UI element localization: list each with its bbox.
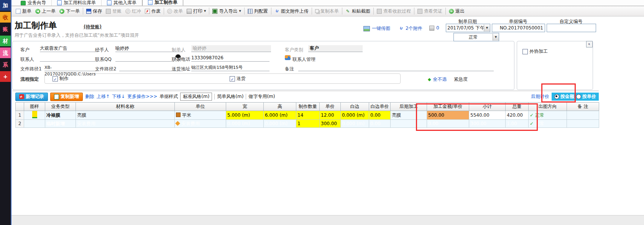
direction-cell[interactable]: ✓正常 (529, 120, 567, 128)
subtotal-cell[interactable]: 5540.00 (469, 111, 506, 120)
unit-cell[interactable]: 安装费用 (175, 120, 226, 128)
note-label: 备注 (285, 66, 294, 72)
edge-price-cell[interactable]: 0.00 (369, 120, 391, 128)
post-process-cell[interactable]: 亮膜 (391, 111, 427, 120)
collapse-icon: « (587, 41, 592, 47)
attachment-upload-button[interactable]: 图文附件上传 (273, 7, 310, 15)
move-down-link[interactable]: 下移↓ (112, 93, 125, 100)
by-amount-radio[interactable]: 按金额 (554, 93, 574, 100)
col-note: 备 注 (567, 103, 599, 111)
by-price-radio[interactable]: 按单价 (576, 93, 596, 100)
edge-price-cell[interactable]: 0.00 (369, 111, 391, 120)
total-cell[interactable]: 1.00 (506, 120, 529, 128)
subtotal-cell[interactable]: 300.00 (469, 120, 506, 128)
checkbox-checked-icon: ✓ (53, 76, 58, 82)
height-cell[interactable]: 6.000 (m) (264, 111, 296, 120)
file-path1-field[interactable]: XB-20170207JQDB:C:\Users (44, 64, 98, 71)
thumbnail-cell[interactable] (24, 111, 45, 120)
collapse-panel-button[interactable]: « (586, 41, 593, 47)
unit-price-cell[interactable]: 12.00 (320, 111, 341, 120)
select-none-link[interactable]: ◆ 全不选 (428, 76, 447, 83)
unit-price-cell[interactable]: 300.00 (320, 120, 341, 128)
contact-field[interactable] (40, 55, 98, 62)
print-count-link[interactable]: 0 (429, 25, 439, 31)
edge-cell[interactable]: 0.000 (m) (341, 120, 369, 128)
post-pricing-link[interactable]: 后期计价 (531, 93, 549, 100)
material-cell[interactable]: 安装费用 (76, 120, 175, 128)
grid-header-row: 图样 业务类型 材料名称 单位 宽 高 制作数量 单价 白边 白边单价 后期加工… (16, 103, 599, 111)
edge-cell[interactable]: 0.000 (m) (341, 111, 369, 120)
direction-cell[interactable]: ✓正常 (529, 111, 567, 120)
customer-field[interactable]: 大观蓉发广告 (40, 45, 98, 52)
add-record-button[interactable]: 新增记录 (15, 93, 48, 101)
grid-row-1[interactable]: 1 冷裱膜 亮膜 平米 5.000 (m) 6.000 (m) 14 12.00… (16, 111, 599, 120)
material-cell[interactable]: 亮膜 (76, 111, 175, 120)
quantity-cell[interactable]: 14 (296, 111, 320, 120)
sidebar-item-materials[interactable]: 材 (0, 36, 11, 46)
column-config-button[interactable]: 列配置 (246, 7, 270, 15)
note-cell[interactable] (567, 120, 599, 128)
address-field[interactable]: 锦江区大观街158号附15号 (191, 64, 269, 71)
sidebar-item-flow[interactable]: 流 (0, 47, 11, 58)
width-cell[interactable]: 5.000 (m) (226, 111, 264, 120)
doc-no-field[interactable]: NO.201707050001 (492, 24, 545, 32)
style-simple-button[interactable]: 简单风格(m) (217, 93, 243, 100)
custom-no-field[interactable] (547, 24, 596, 32)
sample-thumbnail[interactable] (32, 111, 37, 118)
flow-make-checkbox[interactable]: ✓ 制作 (53, 75, 69, 82)
tab-business-wizard[interactable]: 业务向导 (15, 0, 52, 6)
process-amount-cell[interactable]: 500.00 (427, 111, 469, 120)
sidebar-item-processing[interactable]: 加 (0, 0, 11, 11)
unit-cell[interactable]: 平米 (175, 111, 226, 120)
total-cell[interactable]: 420.00 (506, 111, 529, 120)
style-standard-button[interactable]: 标准风格(m) (180, 93, 212, 101)
date-dropdown-button[interactable]: ▼ (484, 24, 490, 31)
note-field[interactable] (298, 64, 494, 71)
next-doc-button[interactable]: 下一单 (58, 7, 82, 15)
paperclip-icon (398, 26, 404, 32)
quantity-cell[interactable]: 1 (296, 120, 320, 128)
tab-material-outbound[interactable]: 加工用料出库单 (52, 0, 102, 6)
phone-field[interactable]: 13330987026 (191, 55, 269, 62)
sidebar-item-receipts[interactable]: 收 (0, 12, 11, 23)
style-text-button[interactable]: 做字专用(m) (248, 93, 275, 100)
urgency-dropdown[interactable]: 正常 ▼ (453, 33, 499, 41)
import-export-button[interactable]: 导入导出▼ (210, 7, 243, 15)
grid-row-2-selected[interactable]: 2 临时新增 安装费用 安装费用 0.000 (m) 0.000 (m) 1 3… (16, 120, 599, 128)
status-badge[interactable]: (待登账) (84, 24, 102, 30)
print-button[interactable]: 打印▼ (185, 7, 208, 15)
sidebar-item-accounts[interactable]: 账 (0, 24, 11, 34)
copy-record-button[interactable]: 复制新增 (50, 93, 83, 101)
attachments-link[interactable]: 2个附件 (399, 25, 422, 32)
tab-label: 加工制作单 (154, 0, 177, 6)
date-field[interactable]: 2017/07/05 下午 4:2 ▼ (446, 24, 490, 32)
send-image-link[interactable]: 一键传图 (363, 25, 390, 32)
flow-deliver-checkbox[interactable]: ✓ 送货 (230, 75, 246, 82)
contact-manager-link[interactable]: 联系人管理 (292, 56, 315, 63)
new-doc-button[interactable]: 新单 (14, 7, 33, 15)
process-amount-cell[interactable]: 0.00 (427, 120, 469, 128)
address-label: 送货地址 (172, 66, 190, 72)
thumbnail-cell[interactable] (24, 120, 45, 128)
width-cell[interactable]: 0.000 (m) (226, 120, 264, 128)
void-button[interactable]: 作废 (143, 7, 163, 15)
note-cell[interactable] (567, 111, 599, 120)
business-type-cell[interactable]: 临时新增 (45, 120, 76, 128)
paste-screenshot-button[interactable]: 粘贴截图 (343, 7, 372, 15)
delete-row-link[interactable]: 删除 (85, 93, 94, 100)
tab-other-inbound[interactable]: 其他入库单 (102, 0, 142, 6)
tab-processing-order[interactable]: 加工制作单 (142, 0, 183, 6)
post-process-cell[interactable] (391, 120, 427, 128)
more-actions-link[interactable]: 更多操作>>> (127, 93, 157, 100)
save-button[interactable]: 保存 (84, 7, 104, 15)
sidebar-item-system[interactable]: 系 (0, 59, 11, 70)
sidebar-item-add[interactable]: + (0, 71, 11, 82)
height-cell[interactable]: 0.000 (m) (264, 120, 296, 128)
toolbar-separator (342, 8, 342, 15)
business-type-cell[interactable]: 冷裱膜 (45, 111, 76, 120)
outsource-checkbox[interactable]: 外协加工 (522, 48, 548, 55)
prev-doc-button[interactable]: 上一单 (33, 7, 58, 15)
qq-field[interactable] (115, 55, 174, 62)
exit-button[interactable]: 退出 (447, 7, 467, 15)
move-up-link[interactable]: 上移↑ (97, 93, 110, 100)
